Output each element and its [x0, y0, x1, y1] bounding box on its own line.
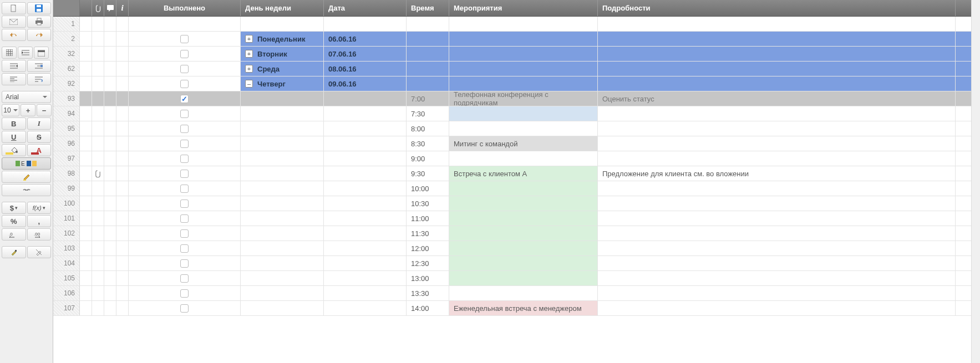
grid-button[interactable]	[2, 47, 17, 59]
currency-button[interactable]: $▾	[2, 202, 26, 214]
event-cell[interactable]	[449, 121, 598, 136]
day-cell[interactable]	[241, 121, 324, 136]
table-row[interactable]: 979:00	[53, 151, 980, 166]
info-cell[interactable]	[116, 47, 129, 61]
date-cell[interactable]	[324, 136, 407, 151]
date-cell[interactable]	[324, 121, 407, 136]
date-cell[interactable]: 09.06.16	[324, 76, 407, 91]
date-cell[interactable]	[324, 256, 407, 270]
done-cell[interactable]	[129, 121, 241, 136]
event-cell[interactable]: Встреча с клиентом А	[449, 166, 598, 181]
table-row[interactable]: 10412:30	[53, 256, 980, 271]
day-cell[interactable]	[241, 226, 324, 241]
detail-cell[interactable]	[598, 271, 956, 285]
done-checkbox[interactable]	[180, 140, 189, 148]
attachment-cell[interactable]	[92, 62, 104, 76]
comment-cell[interactable]	[104, 47, 116, 61]
table-row[interactable]: 32+Вторник07.06.16	[53, 47, 980, 62]
day-cell[interactable]	[241, 151, 324, 166]
done-cell[interactable]	[129, 301, 241, 315]
attachment-cell[interactable]	[92, 256, 104, 270]
day-cell[interactable]	[241, 166, 324, 181]
done-checkbox[interactable]	[180, 95, 189, 103]
comment-cell[interactable]	[104, 106, 116, 121]
attachment-cell[interactable]	[92, 226, 104, 241]
header-info-col[interactable]: i	[116, 0, 129, 16]
mail-button[interactable]	[2, 16, 26, 28]
info-cell[interactable]	[116, 211, 129, 226]
done-checkbox[interactable]	[180, 65, 189, 73]
detail-cell[interactable]	[598, 181, 956, 196]
info-cell[interactable]	[116, 106, 129, 121]
comment-cell[interactable]	[104, 226, 116, 241]
attachment-cell[interactable]	[92, 301, 104, 315]
done-checkbox[interactable]	[180, 80, 189, 88]
date-cell[interactable]	[324, 91, 407, 106]
detail-cell[interactable]	[598, 151, 956, 166]
date-cell[interactable]	[324, 301, 407, 315]
date-cell[interactable]	[324, 211, 407, 226]
detail-cell[interactable]	[598, 47, 956, 61]
header-event[interactable]: Мероприятия	[449, 0, 598, 16]
table-row[interactable]: 10312:00	[53, 241, 980, 256]
comment-cell[interactable]	[104, 121, 116, 136]
expand-cell[interactable]	[80, 121, 92, 136]
expand-cell[interactable]	[80, 91, 92, 106]
info-cell[interactable]	[116, 286, 129, 300]
table-row[interactable]: 968:30Митинг с командой	[53, 136, 980, 151]
day-cell[interactable]: +Вторник	[241, 47, 324, 61]
header-expand-col[interactable]	[80, 0, 92, 16]
time-cell[interactable]: 11:30	[407, 226, 449, 241]
table-row[interactable]: 2+Понедельник06.06.16	[53, 32, 980, 47]
expand-cell[interactable]	[80, 47, 92, 61]
calendar-button[interactable]	[34, 47, 49, 59]
done-cell[interactable]	[129, 166, 241, 181]
info-cell[interactable]	[116, 151, 129, 166]
table-row[interactable]: 10111:00	[53, 211, 980, 226]
detail-cell[interactable]	[598, 62, 956, 76]
done-checkbox[interactable]	[180, 304, 189, 313]
attachment-cell[interactable]	[92, 91, 104, 106]
expand-cell[interactable]	[80, 271, 92, 285]
comment-cell[interactable]	[104, 76, 116, 91]
expand-cell[interactable]	[80, 301, 92, 315]
table-row[interactable]: 62+Среда08.06.16	[53, 62, 980, 76]
done-checkbox[interactable]	[180, 244, 189, 253]
detail-cell[interactable]: Оценить статус	[598, 91, 956, 106]
bold-button[interactable]: B	[2, 117, 26, 130]
done-cell[interactable]	[129, 181, 241, 196]
event-cell[interactable]	[449, 241, 598, 255]
undo-button[interactable]	[2, 29, 26, 41]
header-detail[interactable]: Подробности	[598, 0, 956, 16]
comment-cell[interactable]	[104, 271, 116, 285]
event-cell[interactable]	[449, 62, 598, 76]
expand-icon[interactable]: +	[245, 65, 253, 73]
expand-cell[interactable]	[80, 17, 92, 31]
expand-cell[interactable]	[80, 181, 92, 196]
table-row[interactable]: 10714:00Еженедельная встреча с менеджеро…	[53, 301, 980, 316]
info-cell[interactable]	[116, 271, 129, 285]
done-cell[interactable]	[129, 226, 241, 241]
italic-button[interactable]: I	[27, 117, 52, 130]
day-cell[interactable]	[241, 271, 324, 285]
comment-cell[interactable]	[104, 151, 116, 166]
underline-button[interactable]: U	[2, 131, 26, 143]
done-cell[interactable]	[129, 136, 241, 151]
time-cell[interactable]: 14:00	[407, 301, 449, 315]
percent-button[interactable]: %	[2, 215, 26, 227]
detail-cell[interactable]	[598, 241, 956, 255]
comment-cell[interactable]	[104, 196, 116, 211]
done-cell[interactable]	[129, 241, 241, 255]
expand-cell[interactable]	[80, 106, 92, 121]
event-cell[interactable]	[449, 32, 598, 46]
done-cell[interactable]	[129, 32, 241, 46]
day-cell[interactable]	[241, 17, 324, 31]
done-checkbox[interactable]	[180, 185, 189, 193]
expand-cell[interactable]	[80, 286, 92, 300]
detail-cell[interactable]	[598, 76, 956, 91]
date-cell[interactable]	[324, 181, 407, 196]
increase-decimal-button[interactable]: .00	[27, 228, 52, 241]
date-cell[interactable]: 07.06.16	[324, 47, 407, 61]
date-cell[interactable]	[324, 286, 407, 300]
comment-cell[interactable]	[104, 136, 116, 151]
